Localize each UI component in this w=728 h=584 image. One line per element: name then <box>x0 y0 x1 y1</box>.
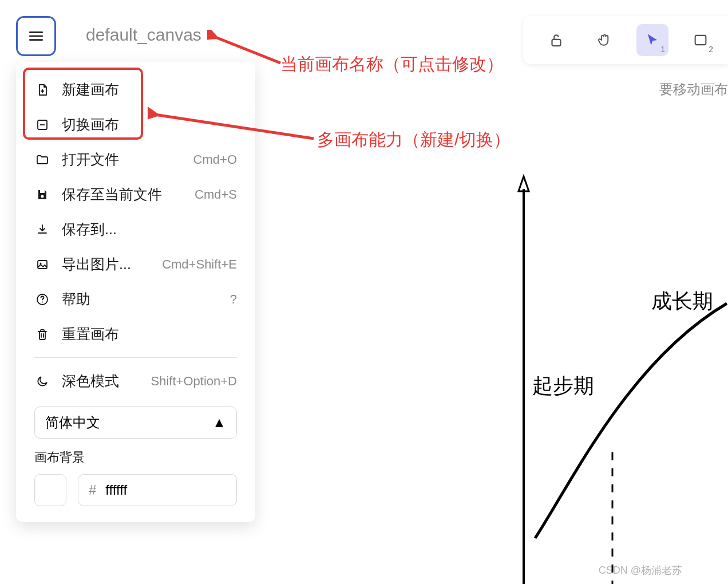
hex-value: ffffff <box>105 482 127 498</box>
menu-help-label: 帮助 <box>62 290 90 309</box>
menu-save-to-label: 保存到... <box>62 220 117 239</box>
svg-rect-4 <box>695 35 706 45</box>
svg-rect-3 <box>552 40 561 46</box>
rectangle-icon <box>693 32 709 48</box>
help-icon <box>34 291 50 307</box>
canvas-drawing[interactable]: 成长期 起步期 <box>458 160 728 584</box>
menu-new-canvas[interactable]: 新建画布 <box>16 72 255 107</box>
menu-switch-canvas-label: 切换画布 <box>62 115 119 134</box>
menu-export-image-label: 导出图片... <box>62 255 131 274</box>
pointer-icon <box>644 32 660 48</box>
annotation-multi-canvas: 多画布能力（新建/切换） <box>317 128 511 152</box>
language-select[interactable]: 简体中文 ▲ <box>34 407 237 439</box>
hand-tool[interactable] <box>588 24 620 56</box>
menu-open-file[interactable]: 打开文件 Cmd+O <box>16 142 255 177</box>
main-menu-dropdown: 新建画布 切换画布 打开文件 Cmd+O 保存至当前文件 Cmd+S 保存到..… <box>16 62 255 522</box>
image-icon <box>34 257 50 273</box>
download-icon <box>34 222 50 238</box>
menu-export-image-shortcut: Cmd+Shift+E <box>162 257 237 272</box>
menu-switch-canvas[interactable]: 切换画布 <box>16 107 255 142</box>
moon-icon <box>34 373 50 389</box>
move-canvas-hint: 要移动画布 <box>659 80 728 98</box>
canvas-label-growth: 成长期 <box>651 287 713 315</box>
menu-new-canvas-label: 新建画布 <box>62 80 119 99</box>
canvas-bg-swatch[interactable] <box>34 474 66 506</box>
rectangle-tool-badge: 2 <box>709 45 713 54</box>
menu-save-current[interactable]: 保存至当前文件 Cmd+S <box>16 177 255 212</box>
language-select-value: 简体中文 <box>45 413 100 432</box>
menu-button[interactable] <box>16 16 56 56</box>
svg-point-8 <box>41 195 44 198</box>
file-plus-icon <box>34 82 50 98</box>
annotation-canvas-name: 当前画布名称（可点击修改） <box>280 53 504 76</box>
trash-icon <box>34 326 50 342</box>
menu-dark-mode[interactable]: 深色模式 Shift+Option+D <box>16 364 255 398</box>
menu-help[interactable]: 帮助 ? <box>16 282 255 317</box>
canvas-name-input[interactable]: default_canvas <box>86 25 201 45</box>
menu-divider <box>34 357 237 358</box>
hex-prefix: # <box>89 482 96 498</box>
canvas-label-start: 起步期 <box>532 372 594 400</box>
svg-point-12 <box>42 301 43 302</box>
canvas-bg-hex-input[interactable]: # ffffff <box>78 474 237 506</box>
toolbar: 1 2 <box>523 16 728 64</box>
menu-export-image[interactable]: 导出图片... Cmd+Shift+E <box>16 247 255 282</box>
svg-rect-7 <box>40 190 45 193</box>
menu-open-file-label: 打开文件 <box>62 150 119 169</box>
menu-open-file-shortcut: Cmd+O <box>193 152 237 167</box>
menu-save-current-shortcut: Cmd+S <box>195 187 237 202</box>
rectangle-tool[interactable]: 2 <box>685 24 717 56</box>
chevron-up-icon: ▲ <box>212 415 226 431</box>
pointer-tool[interactable]: 1 <box>636 24 668 56</box>
lock-tool[interactable] <box>540 24 572 56</box>
watermark: CSDN @杨浦老苏 <box>599 563 682 577</box>
menu-dark-mode-label: 深色模式 <box>62 372 119 390</box>
menu-help-shortcut: ? <box>230 292 237 307</box>
svg-rect-9 <box>38 261 47 269</box>
canvas-bg-label: 画布背景 <box>34 449 237 466</box>
hamburger-icon <box>27 27 45 45</box>
menu-dark-mode-shortcut: Shift+Option+D <box>151 374 237 389</box>
menu-save-to[interactable]: 保存到... <box>16 212 255 247</box>
menu-save-current-label: 保存至当前文件 <box>62 185 162 204</box>
lock-open-icon <box>548 31 565 49</box>
pointer-tool-badge: 1 <box>660 45 665 54</box>
folder-icon <box>34 152 50 168</box>
hand-icon <box>596 31 613 49</box>
menu-reset-canvas[interactable]: 重置画布 <box>16 317 255 352</box>
svg-line-13 <box>214 37 280 63</box>
menu-reset-canvas-label: 重置画布 <box>62 325 119 344</box>
save-icon <box>34 187 50 203</box>
switch-canvas-icon <box>34 117 50 133</box>
